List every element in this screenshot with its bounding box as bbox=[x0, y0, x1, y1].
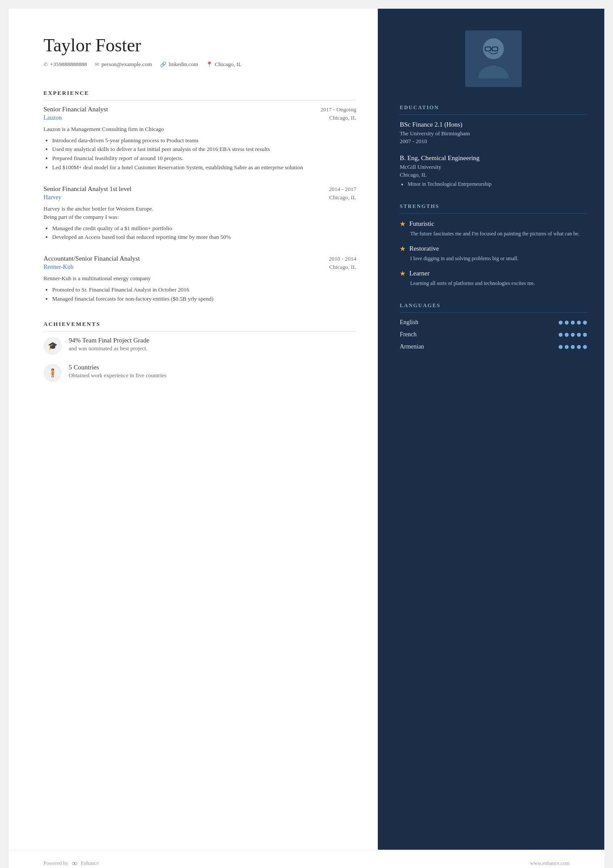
edu-university: McGill University bbox=[400, 164, 587, 171]
phone-value: +359888888888 bbox=[50, 61, 87, 68]
job-bullets: Promoted to Sr. Financial Financial Anal… bbox=[43, 285, 356, 304]
email-item: ✉ person@example.com bbox=[95, 61, 152, 68]
dot bbox=[571, 333, 575, 337]
edu-years: 2007 - 2010 bbox=[400, 138, 587, 145]
achievements-section: ACHIEVEMENTS 🎓 94% Team Final Project Gr… bbox=[43, 321, 356, 382]
brand-name: Enhancv bbox=[81, 860, 99, 867]
job-bullets: Introduced data-driven 5-year planning p… bbox=[43, 136, 356, 172]
dot bbox=[571, 345, 575, 349]
dot bbox=[565, 333, 569, 337]
footer: Powered by ∞ Enhancv www.enhancv.com bbox=[9, 850, 604, 868]
footer-brand: Powered by ∞ Enhancv bbox=[43, 859, 99, 868]
strength-desc: The future fascinates me and I'm focused… bbox=[400, 230, 587, 238]
language-row: English bbox=[400, 319, 587, 326]
strength-header: ★ Restorative bbox=[400, 245, 587, 253]
experience-section: EXPERIENCE Senior Financial Analyst 2017… bbox=[43, 90, 356, 303]
strength-item: ★ Restorative I love digging in and solv… bbox=[400, 245, 587, 262]
contact-row: ✆ +359888888888 ✉ person@example.com 🔗 l… bbox=[43, 61, 356, 68]
email-icon: ✉ bbox=[95, 61, 99, 68]
job-header: Senior Financial Analyst 2017 - Ongoing bbox=[43, 106, 356, 113]
education-section: EDUCATION BSc Finance 2.1 (Hons) The Uni… bbox=[400, 104, 587, 188]
languages-section: LANGUAGES English French bbox=[400, 302, 587, 350]
job-date: 2014 - 2017 bbox=[329, 186, 356, 193]
job-location-row: Harvey Chicago, IL bbox=[43, 194, 356, 202]
bullet-item: Used my analytical skills to deliver a f… bbox=[52, 145, 356, 154]
language-name: Armenian bbox=[400, 343, 424, 350]
photo-area bbox=[400, 30, 587, 87]
strength-header: ★ Learner bbox=[400, 269, 587, 278]
job-date: 2017 - Ongoing bbox=[320, 106, 356, 113]
strength-title: Futuristic bbox=[409, 220, 434, 228]
job-block: Senior Financial Analyst 1st level 2014 … bbox=[43, 185, 356, 242]
language-name: French bbox=[400, 331, 416, 338]
job-title: Accountant/Senior Financial Analyst bbox=[43, 255, 140, 262]
dot bbox=[583, 333, 587, 337]
dot bbox=[583, 321, 587, 325]
languages-title: LANGUAGES bbox=[400, 302, 587, 313]
edu-block: B. Eng, Chemical Engineering McGill Univ… bbox=[400, 154, 587, 188]
phone-item: ✆ +359888888888 bbox=[43, 61, 87, 68]
right-panel: EDUCATION BSc Finance 2.1 (Hons) The Uni… bbox=[378, 9, 604, 868]
strength-desc: I love digging in and solving problems b… bbox=[400, 255, 587, 262]
job-company: Lauzon bbox=[43, 114, 62, 121]
candidate-name: Taylor Foster bbox=[43, 35, 356, 56]
star-icon: ★ bbox=[400, 220, 406, 228]
bullet-item: Led $100M+ deal model for a hotel Custom… bbox=[52, 163, 356, 172]
left-panel: Taylor Foster ✆ +359888888888 ✉ person@e… bbox=[9, 9, 378, 868]
achievement-content: 5 Countries Obtained work experience in … bbox=[69, 364, 167, 379]
bullet-item: Developed an Access based tool that redu… bbox=[52, 233, 356, 242]
strengths-section: STRENGTHS ★ Futuristic The future fascin… bbox=[400, 203, 587, 287]
dot bbox=[571, 321, 575, 325]
phone-icon: ✆ bbox=[43, 61, 48, 68]
linkedin-icon: 🔗 bbox=[160, 61, 167, 68]
footer-website: www.enhancv.com bbox=[530, 860, 570, 867]
dot bbox=[577, 321, 581, 325]
achievement-title: 5 Countries bbox=[69, 364, 167, 371]
achievement-desc: and was nominated as best project. bbox=[69, 345, 149, 352]
experience-title: EXPERIENCE bbox=[43, 90, 356, 101]
location-item: 📍 Chicago, IL bbox=[206, 61, 242, 68]
job-block: Senior Financial Analyst 2017 - Ongoing … bbox=[43, 106, 356, 172]
achievement-item: 🎓 94% Team Final Project Grade and was n… bbox=[43, 337, 356, 355]
bullet-item: Prepared financial feasibility report of… bbox=[52, 154, 356, 163]
job-location-row: Lauzon Chicago, IL bbox=[43, 114, 356, 122]
dot bbox=[559, 333, 563, 337]
job-title: Senior Financial Analyst 1st level bbox=[43, 185, 131, 193]
resume-container: Taylor Foster ✆ +359888888888 ✉ person@e… bbox=[9, 9, 604, 868]
language-row: French bbox=[400, 331, 587, 338]
job-bullets: Managed the credit quality of a $1 milli… bbox=[43, 224, 356, 242]
job-date: 2010 - 2014 bbox=[329, 255, 356, 262]
location-value: Chicago, IL bbox=[215, 61, 242, 68]
education-title: EDUCATION bbox=[400, 104, 587, 115]
language-dots bbox=[559, 345, 587, 349]
job-company: Harvey bbox=[43, 194, 61, 201]
achievement-title: 94% Team Final Project Grade bbox=[69, 337, 149, 344]
achievement-item: 🧍 5 Countries Obtained work experience i… bbox=[43, 364, 356, 382]
powered-by-label: Powered by bbox=[43, 860, 68, 867]
edu-bullets: Minor in Technological Entrpreneurship bbox=[400, 180, 587, 188]
strength-item: ★ Futuristic The future fascinates me an… bbox=[400, 220, 587, 238]
bullet-item: Managed financial forecasts for non-fact… bbox=[52, 295, 356, 304]
svg-point-1 bbox=[483, 38, 504, 59]
job-header: Senior Financial Analyst 1st level 2014 … bbox=[43, 185, 356, 193]
header: Taylor Foster ✆ +359888888888 ✉ person@e… bbox=[43, 35, 356, 68]
linkedin-value: linkedin.com bbox=[169, 61, 198, 68]
bullet-item: Managed the credit quality of a $1 milli… bbox=[52, 224, 356, 233]
job-block: Accountant/Senior Financial Analyst 2010… bbox=[43, 255, 356, 303]
job-description: Harvey is the anchor bottler for Western… bbox=[43, 204, 356, 221]
edu-degree: BSc Finance 2.1 (Hons) bbox=[400, 121, 587, 128]
achievement-desc: Obtained work experience in five countri… bbox=[69, 372, 167, 379]
language-dots bbox=[559, 321, 587, 325]
star-icon: ★ bbox=[400, 245, 406, 253]
job-location-row: Renner-Kub Chicago, IL bbox=[43, 264, 356, 271]
bullet-item: Introduced data-driven 5-year planning p… bbox=[52, 136, 356, 145]
strength-header: ★ Futuristic bbox=[400, 220, 587, 228]
achievements-title: ACHIEVEMENTS bbox=[43, 321, 356, 332]
job-description: Renner-Kub is a multinational energy com… bbox=[43, 274, 356, 283]
achievement-content: 94% Team Final Project Grade and was nom… bbox=[69, 337, 149, 352]
edu-bullet: Minor in Technological Entrpreneurship bbox=[407, 180, 587, 188]
dot bbox=[577, 333, 581, 337]
job-description: Lauzon is a Management Consulting firm i… bbox=[43, 125, 356, 134]
job-title: Senior Financial Analyst bbox=[43, 106, 108, 113]
edu-block: BSc Finance 2.1 (Hons) The University of… bbox=[400, 121, 587, 145]
